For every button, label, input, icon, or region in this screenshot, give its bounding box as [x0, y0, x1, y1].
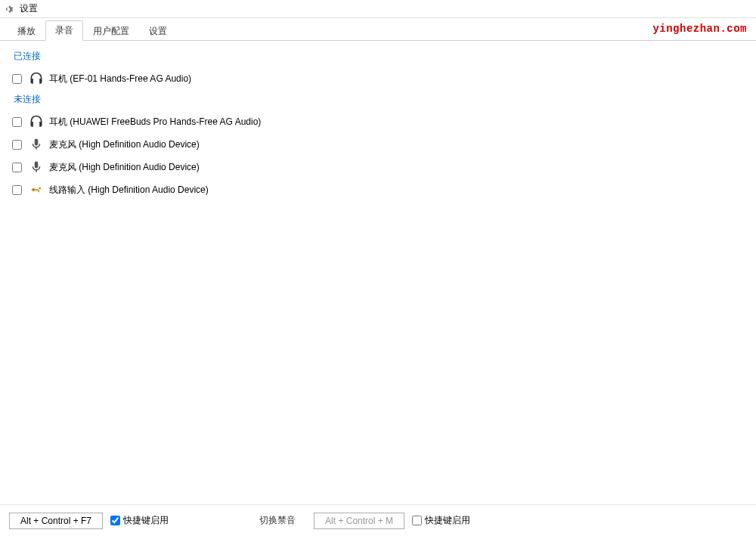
- hotkey-enable-2[interactable]: 快捷键启用: [412, 514, 470, 527]
- microphone-icon: [28, 159, 45, 175]
- device-checkbox[interactable]: [12, 163, 22, 172]
- device-checkbox[interactable]: [12, 74, 22, 84]
- tab-settings[interactable]: 设置: [139, 21, 177, 41]
- tab-userprofile[interactable]: 用户配置: [83, 21, 139, 41]
- svg-point-0: [39, 187, 41, 190]
- section-connected-header: 已连接: [14, 50, 745, 63]
- device-row[interactable]: 耳机 (EF-01 Hands-Free AG Audio): [11, 67, 745, 90]
- tab-playback[interactable]: 播放: [8, 21, 45, 41]
- device-label: 麦克风 (High Definition Audio Device): [49, 161, 200, 174]
- device-checkbox[interactable]: [12, 117, 22, 127]
- device-label: 耳机 (HUAWEI FreeBuds Pro Hands-Free AG Au…: [49, 116, 261, 129]
- tabbar: 播放 录音 用户配置 设置: [0, 18, 756, 41]
- window-title: 设置: [20, 2, 38, 15]
- gear-icon: [5, 4, 15, 14]
- device-label: 耳机 (EF-01 Hands-Free AG Audio): [49, 73, 191, 85]
- device-checkbox[interactable]: [12, 140, 22, 150]
- hotkey-mute-button[interactable]: Alt + Control + M: [314, 513, 404, 529]
- device-row[interactable]: 麦克风 (High Definition Audio Device): [11, 133, 745, 156]
- section-disconnected-header: 未连接: [14, 93, 745, 106]
- tab-recording[interactable]: 录音: [45, 20, 83, 41]
- device-row[interactable]: 麦克风 (High Definition Audio Device): [11, 156, 745, 178]
- device-list: 已连接 耳机 (EF-01 Hands-Free AG Audio) 未连接 耳…: [0, 41, 756, 504]
- hotkey-switch-button[interactable]: Alt + Control + F7: [9, 513, 103, 529]
- hotkey-enable-1[interactable]: 快捷键启用: [110, 514, 169, 527]
- mute-toggle-label: 切换禁音: [259, 514, 296, 527]
- hotkey-enable-2-label: 快捷键启用: [425, 514, 470, 527]
- device-label: 麦克风 (High Definition Audio Device): [49, 138, 200, 151]
- device-row[interactable]: 线路输入 (High Definition Audio Device): [11, 178, 745, 201]
- hotkey-enable-2-checkbox[interactable]: [412, 516, 422, 525]
- device-checkbox[interactable]: [12, 185, 22, 195]
- headphones-icon: [28, 113, 45, 130]
- footer: Alt + Control + F7 快捷键启用 切换禁音 Alt + Cont…: [0, 504, 756, 536]
- device-label: 线路输入 (High Definition Audio Device): [49, 184, 209, 197]
- linein-icon: [28, 181, 45, 198]
- device-row[interactable]: 耳机 (HUAWEI FreeBuds Pro Hands-Free AG Au…: [11, 110, 745, 133]
- titlebar: 设置: [0, 0, 756, 18]
- microphone-icon: [28, 136, 45, 153]
- headphones-icon: [28, 70, 45, 87]
- watermark-text: yinghezhan.com: [652, 23, 747, 35]
- hotkey-enable-1-label: 快捷键启用: [123, 514, 169, 527]
- hotkey-enable-1-checkbox[interactable]: [110, 516, 120, 525]
